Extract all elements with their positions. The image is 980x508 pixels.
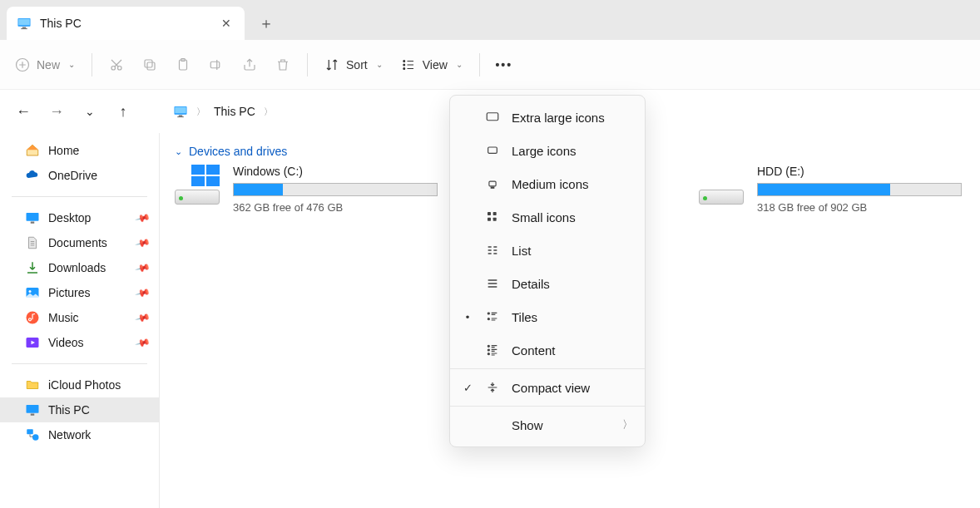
sidebar-item-desktop[interactable]: Desktop 📌 xyxy=(0,205,159,230)
cut-button[interactable] xyxy=(109,50,124,80)
chevron-right-icon: 〉 xyxy=(264,106,273,118)
ellipsis-icon: ••• xyxy=(497,57,512,72)
sidebar-item-videos[interactable]: Videos 📌 xyxy=(0,330,159,355)
menu-check: • xyxy=(462,311,473,323)
chevron-down-icon: ⌄ xyxy=(68,60,75,69)
blank-icon xyxy=(485,417,500,432)
view-menu: Extra large icons Large icons Medium ico… xyxy=(449,95,646,447)
new-tab-button[interactable]: ＋ xyxy=(250,7,283,40)
sidebar-item-label: This PC xyxy=(48,403,90,417)
svg-rect-17 xyxy=(179,116,183,117)
drive-usage-fill xyxy=(234,184,283,195)
windows-logo-icon xyxy=(191,165,220,186)
sidebar-item-onedrive[interactable]: OneDrive xyxy=(0,163,159,188)
sidebar-item-documents[interactable]: Documents 📌 xyxy=(0,230,159,255)
view-icon xyxy=(401,57,416,72)
rename-button[interactable] xyxy=(209,50,224,80)
svg-point-38 xyxy=(488,318,489,320)
svg-rect-33 xyxy=(488,212,491,215)
menu-item-label: Large icons xyxy=(512,144,577,158)
more-button[interactable]: ••• xyxy=(497,50,512,80)
chevron-right-icon: 〉 xyxy=(196,106,205,118)
svg-point-41 xyxy=(488,353,489,355)
chevron-down-icon: ⌄ xyxy=(376,60,383,69)
menu-item-label: Small icons xyxy=(512,210,576,224)
sidebar-item-pictures[interactable]: Pictures 📌 xyxy=(0,280,159,305)
paste-button[interactable] xyxy=(176,50,191,80)
sidebar-item-label: Downloads xyxy=(48,261,106,274)
back-button[interactable]: ← xyxy=(15,103,32,121)
svg-rect-34 xyxy=(493,212,497,215)
drive-item[interactable]: Windows (C:) 362 GB free of 476 GB xyxy=(175,165,441,214)
sidebar: Home OneDrive Desktop 📌 Documents 📌 xyxy=(0,133,160,508)
view-button[interactable]: View ⌄ xyxy=(401,50,463,80)
scissors-icon xyxy=(109,57,124,72)
sidebar-item-icloud-photos[interactable]: iCloud Photos xyxy=(0,372,159,397)
svg-point-22 xyxy=(29,290,32,293)
drive-item[interactable]: HDD (E:) 318 GB free of 902 GB xyxy=(699,165,965,214)
view-option-show[interactable]: Show 〉 xyxy=(450,408,645,441)
drive-e-icon xyxy=(699,165,744,205)
svg-rect-16 xyxy=(175,107,186,114)
sidebar-item-downloads[interactable]: Downloads 📌 xyxy=(0,255,159,280)
separator xyxy=(479,53,480,76)
up-button[interactable]: ↑ xyxy=(115,103,131,121)
tab-bar: This PC ✕ ＋ xyxy=(0,0,980,40)
svg-rect-29 xyxy=(487,113,498,121)
new-button[interactable]: New ⌄ xyxy=(15,50,75,80)
svg-rect-32 xyxy=(491,187,494,188)
sidebar-item-network[interactable]: Network xyxy=(0,422,159,447)
separator xyxy=(450,406,645,407)
sidebar-item-label: Pictures xyxy=(48,286,91,299)
sidebar-item-music[interactable]: Music 📌 xyxy=(0,305,159,330)
view-option-large-icons[interactable]: Large icons xyxy=(450,134,645,167)
drive-c-icon xyxy=(175,165,220,205)
menu-item-label: Extra large icons xyxy=(512,111,605,125)
view-option-list[interactable]: List xyxy=(450,234,645,267)
list-icon xyxy=(485,243,500,258)
check-icon: ✓ xyxy=(462,382,473,394)
sort-label: Sort xyxy=(346,58,368,72)
trash-icon xyxy=(275,57,290,72)
copy-icon xyxy=(142,57,157,72)
large-icons-icon xyxy=(485,143,500,158)
drive-free-text: 362 GB free of 476 GB xyxy=(233,201,441,214)
pin-icon: 📌 xyxy=(135,210,151,226)
forward-button[interactable]: → xyxy=(48,103,65,121)
svg-rect-20 xyxy=(31,222,35,224)
share-button[interactable] xyxy=(242,50,257,80)
pictures-icon xyxy=(25,285,40,300)
view-option-tiles[interactable]: • Tiles xyxy=(450,300,645,333)
document-icon xyxy=(25,235,40,250)
toolbar: New ⌄ xyxy=(0,40,980,90)
sidebar-item-home[interactable]: Home xyxy=(0,138,159,163)
drive-usage-bar xyxy=(233,183,438,196)
view-option-details[interactable]: Details xyxy=(450,267,645,300)
svg-rect-18 xyxy=(177,116,184,117)
breadcrumb-location[interactable]: This PC xyxy=(214,105,255,118)
tab-this-pc[interactable]: This PC ✕ xyxy=(7,7,245,40)
home-icon xyxy=(25,143,40,158)
sidebar-item-this-pc[interactable]: This PC xyxy=(0,397,159,422)
copy-button[interactable] xyxy=(142,50,157,80)
view-option-small-icons[interactable]: Small icons xyxy=(450,200,645,234)
view-option-compact-view[interactable]: ✓ Compact view xyxy=(450,371,645,404)
sort-button[interactable]: Sort ⌄ xyxy=(324,50,383,80)
sort-icon xyxy=(324,57,339,72)
tab-close-icon[interactable]: ✕ xyxy=(218,13,235,33)
pin-icon: 📌 xyxy=(135,309,151,326)
breadcrumb[interactable]: 〉 This PC 〉 xyxy=(173,104,273,119)
compact-view-icon xyxy=(485,380,500,395)
svg-rect-25 xyxy=(27,405,39,413)
videos-icon xyxy=(25,335,40,350)
svg-point-28 xyxy=(32,434,39,441)
recent-locations-button[interactable]: ⌄ xyxy=(82,105,98,118)
svg-rect-2 xyxy=(22,27,27,29)
menu-item-label: Content xyxy=(512,343,556,358)
svg-point-37 xyxy=(488,313,489,314)
view-option-extra-large-icons[interactable]: Extra large icons xyxy=(450,101,645,134)
view-option-content[interactable]: Content xyxy=(450,333,645,367)
view-option-medium-icons[interactable]: Medium icons xyxy=(450,167,645,200)
delete-button[interactable] xyxy=(275,50,290,80)
drive-name: Windows (C:) xyxy=(233,165,441,178)
